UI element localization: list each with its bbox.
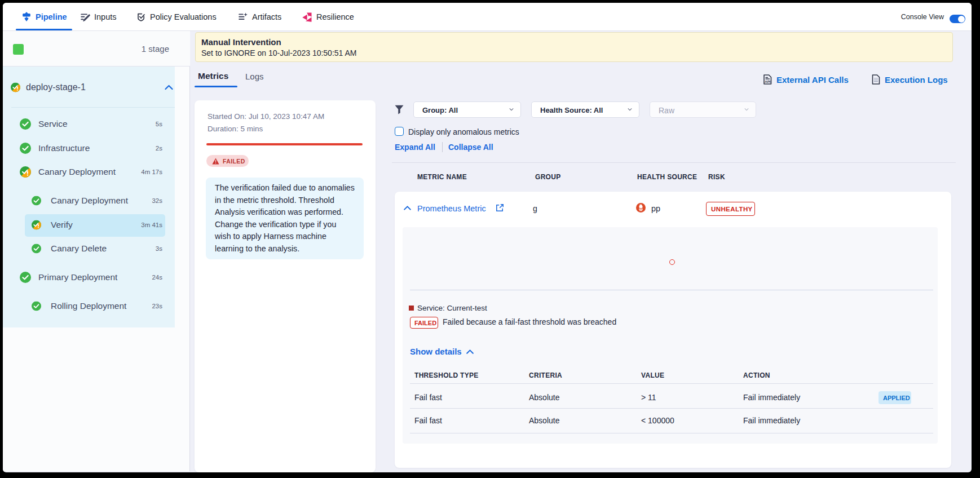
svg-text:API: API [765,79,771,83]
